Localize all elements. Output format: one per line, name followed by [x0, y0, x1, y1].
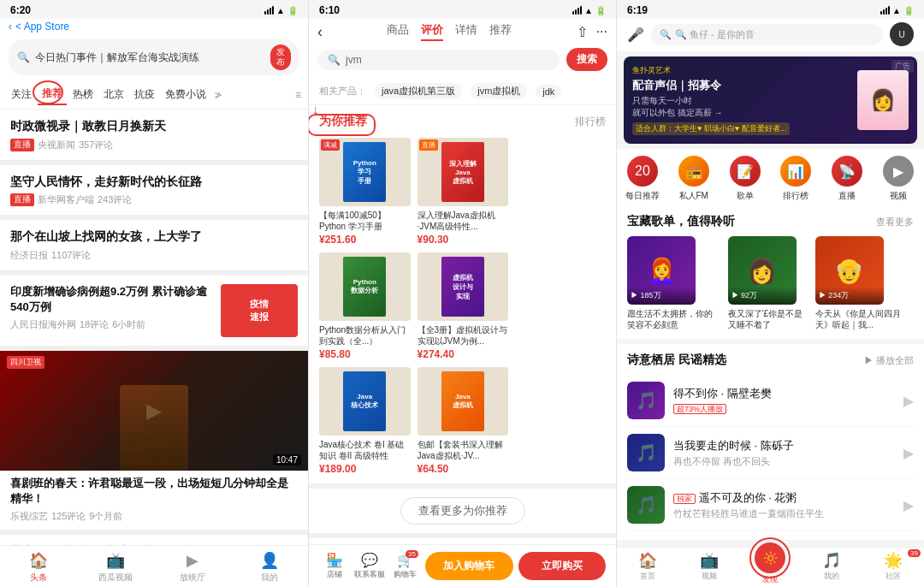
tab-detail[interactable]: 详情	[455, 22, 477, 41]
ranking-label: 排行榜	[783, 190, 808, 202]
music-bottom-nav: 🏠 首页 📺 视频 🔆 发现 🎵 我的 🌟 39 社区	[617, 547, 924, 587]
discover-icon: 🔆	[755, 543, 785, 573]
ad-image: 👩	[857, 70, 909, 130]
product-card[interactable]: 虚拟机设计与实现 【全3册】虚拟机设计与实现以JVM为例... ¥274.40	[418, 252, 509, 360]
music-nav-discover[interactable]: 🔆 发现	[740, 551, 802, 585]
nav-daily[interactable]: 20 每日推荐	[617, 156, 668, 202]
play-icon[interactable]: ▶	[903, 445, 914, 461]
song-item[interactable]: 🎵 独家 遥不可及的你 · 花粥 竹杖芒鞋轻胜马谁道一蓑烟雨任平生 ▶	[627, 479, 914, 531]
news-search-text[interactable]: 今日热门事件｜解放军台海实战演练	[35, 50, 265, 65]
music-nav-home[interactable]: 🏠 首页	[617, 551, 678, 585]
signal-icon-3	[880, 6, 890, 15]
buy-now-button[interactable]: 立即购买	[518, 552, 607, 580]
music-search-box[interactable]: 🔍 🔍 鱼仔 - 是你的音	[651, 24, 883, 45]
share-icon[interactable]: ⇧	[577, 24, 588, 40]
news-item[interactable]: 时政微视录｜敢教日月换新天 直播 央视新闻 357评论	[0, 110, 308, 160]
cart-count: 35	[406, 550, 418, 558]
nav-item-follow[interactable]: 关注	[7, 85, 36, 104]
playlists-more[interactable]: 查看更多	[876, 216, 914, 228]
news-meta: 直播 新华网客户端 243评论	[10, 193, 298, 206]
news-meta: 经济日报 1107评论	[10, 249, 298, 262]
app-store-back[interactable]: ‹ < App Store	[0, 19, 308, 36]
shop-search-row: 🔍 jvm 搜索	[317, 48, 607, 71]
product-card[interactable]: Python数据分析 Python数据分析从入门到实践（全...） ¥85.80	[319, 252, 411, 360]
nav-mine[interactable]: 👤 我的	[231, 551, 308, 584]
user-avatar[interactable]: U	[890, 22, 914, 46]
tab-review[interactable]: 评价	[421, 22, 443, 41]
mic-icon[interactable]: 🎤	[627, 27, 644, 43]
shop-search-box[interactable]: 🔍 jvm	[317, 50, 560, 70]
product-price: ¥85.80	[319, 348, 411, 360]
product-card[interactable]: Java虚拟机 包邮【套装书深入理解Java虚拟机·JV... ¥64.50	[418, 367, 509, 475]
nav-ranking[interactable]: 📊 排行榜	[770, 156, 821, 202]
video-label-music: 视频	[702, 571, 717, 582]
tag-jdk[interactable]: jdk	[536, 85, 561, 98]
store-icon: 🏪	[326, 552, 343, 568]
song-item[interactable]: 🎵 当我要走的时候 · 陈砾子 再也不停留 再也不回头 ▶	[627, 427, 914, 479]
playlist-card[interactable]: 👩‍🦰 ▶ 185万 愿生活不太拥挤，你的笑容不必刻意	[627, 236, 721, 330]
nav-item-novel[interactable]: 免费小说	[161, 85, 210, 104]
music-nav-mine[interactable]: 🎵 我的	[801, 551, 862, 585]
news-item[interactable]: 北京姑娘继承胡同老房，地板铺镜子、浴厕全透明，一个人住太爽	[0, 535, 308, 545]
service-icon: 💬	[361, 552, 378, 568]
tag-jvm[interactable]: jvm虚拟机	[471, 83, 527, 99]
nav-video[interactable]: ▶ 视频	[873, 156, 924, 202]
live-label: 直播	[838, 190, 856, 202]
play-icon[interactable]: ▶	[903, 393, 914, 409]
nav-item-hot[interactable]: 热榜	[68, 85, 98, 104]
news-item[interactable]: 印度新增确诊病例超9.2万例 累计确诊逾540万例 人民日报海外网 18评论 6…	[0, 276, 308, 346]
more-icon[interactable]: ···	[596, 24, 607, 40]
add-to-cart-button[interactable]: 加入购物车	[425, 552, 513, 580]
nav-more-icon[interactable]: ≡	[295, 89, 301, 101]
search-button[interactable]: 搜索	[566, 48, 607, 71]
ad-banner[interactable]: 鱼扑灵艺术 配音声侣｜招募令 只需每天一小时 就可以外包 搞定高薪 → 适合人群…	[624, 56, 917, 144]
product-card[interactable]: 满减 Python学习手册 【每满100减50】Python 学习手册 ¥251…	[319, 138, 411, 246]
tab-product[interactable]: 商品	[387, 22, 409, 41]
product-card[interactable]: 直播 深入理解Java虚拟机 深入理解Java虚拟机·JVM高级特性... ¥9…	[418, 138, 509, 246]
section-header-playlists: 宝藏歌单，值得聆听 查看更多	[627, 214, 914, 229]
news-item[interactable]: 坚守人民情怀，走好新时代的长征路 直播 新华网客户端 243评论	[0, 165, 308, 216]
news-item[interactable]: 那个在山坡上找网的女孩，上大学了 经济日报 1107评论	[0, 220, 308, 270]
community-badge: 39	[908, 549, 921, 557]
nav-item-beijing[interactable]: 北京	[99, 85, 128, 104]
playlist-card[interactable]: 👩 ▶ 92万 夜又深了'£你是不是又睡不着了	[728, 236, 808, 330]
xigua-icon: 📺	[106, 551, 125, 570]
more-recommend-button[interactable]: 查看更多为你推荐	[400, 497, 525, 525]
shop-nav-cart[interactable]: 🛒 35 购物车	[390, 552, 420, 580]
nav-home[interactable]: 🏠 头条	[0, 551, 77, 584]
book-cover: 深入理解Java虚拟机	[441, 142, 484, 202]
song-item[interactable]: 🎵 得不到你 · 隔壁老樊 超73%人播放 ▶	[627, 375, 914, 427]
shop-nav-store[interactable]: 🏪 店铺	[319, 552, 349, 580]
nav-fm[interactable]: 📻 私人FM	[668, 156, 720, 202]
song-artist: 再也不停留 再也不回头	[673, 455, 895, 468]
nav-item-recommend[interactable]: 推荐	[38, 84, 67, 105]
tab-recommend[interactable]: 推荐	[489, 22, 512, 41]
playlists-title: 宝藏歌单，值得聆听	[627, 214, 735, 229]
tag-java[interactable]: java虚拟机第三版	[375, 83, 462, 99]
music-nav-community[interactable]: 🌟 39 社区	[862, 551, 924, 585]
nav-item-anti[interactable]: 抗疫	[130, 85, 159, 104]
music-app-panel: 6:19 ▲ 🔋 🎤 🔍 🔍 鱼仔 - 是你的音 U	[616, 0, 924, 587]
back-button[interactable]: ‹	[317, 23, 323, 41]
news-title: 印度新增确诊病例超9.2万例 累计确诊逾540万例	[10, 284, 214, 315]
play-all[interactable]: ▶ 播放全部	[864, 354, 914, 367]
cart-label: 购物车	[394, 569, 417, 580]
playlist-image: 👩 ▶ 92万	[728, 236, 797, 305]
song-info: 当我要走的时候 · 陈砾子 再也不停留 再也不回头	[673, 438, 895, 468]
playlist-title: 今天从《你是人间四月天》听起｜我...	[815, 308, 914, 330]
music-nav-video[interactable]: 📺 视频	[678, 551, 740, 585]
news-video-item[interactable]: ▶ 四川卫视 10:47 喜剧班的春天：许君聪最逗一段，出场短短几分钟却全是精华…	[0, 351, 308, 530]
product-card[interactable]: Java核心技术 Java核心技术 卷I 基础知识 卷II 高级特性 ¥189.…	[319, 367, 411, 475]
publish-button[interactable]: 发 布	[270, 44, 291, 70]
play-icon[interactable]: ▶	[903, 497, 914, 513]
community-label: 社区	[886, 571, 901, 582]
shop-nav-service[interactable]: 💬 联系客服	[354, 552, 385, 580]
playlist-label: 歌单	[737, 190, 754, 202]
nav-live[interactable]: 📡 直播	[821, 156, 873, 202]
playlist-card[interactable]: 👴 ▶ 234万 今天从《你是人间四月天》听起｜我...	[815, 236, 914, 330]
nav-playlist[interactable]: 📝 歌单	[720, 156, 771, 202]
cinema-label: 放映厅	[180, 572, 205, 584]
nav-xigua[interactable]: 📺 西瓜视频	[77, 551, 154, 584]
news-search-bar[interactable]: 🔍 今日热门事件｜解放军台海实战演练 发 布	[9, 39, 299, 75]
nav-cinema[interactable]: ▶ 放映厅	[154, 551, 231, 584]
